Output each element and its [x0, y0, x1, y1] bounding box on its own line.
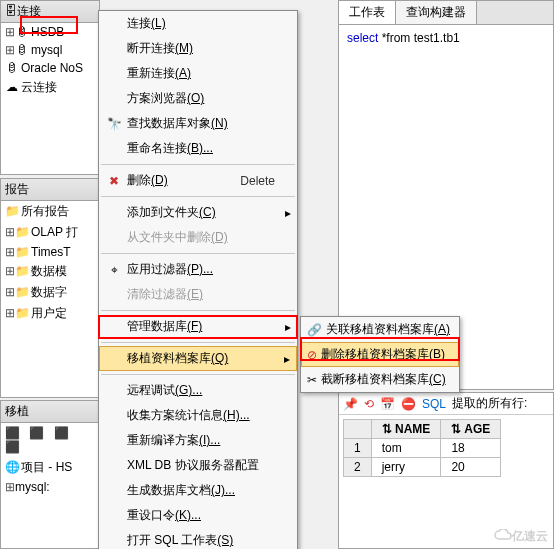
context-menu: 连接(L) 断开连接(M) 重新连接(A) 方案浏览器(O) 🔭查找数据库对象(…: [98, 10, 298, 549]
menu-remote-debug[interactable]: 远程调试(G)...: [99, 378, 297, 403]
sql-keyword: select: [347, 31, 378, 45]
truncate-icon: ✂: [307, 373, 317, 387]
editor-tabs: 工作表 查询构建器: [339, 1, 553, 25]
conn-hsdb[interactable]: ⊞🛢HSDB: [1, 23, 99, 41]
results-toolbar: 📌 ⟲ 📅 ⛔ SQL 提取的所有行:: [339, 393, 553, 415]
table-row[interactable]: 1tom18: [344, 439, 501, 458]
menu-migration-repo[interactable]: 移植资料档案库(Q)▸: [99, 346, 297, 371]
menu-separator: [101, 310, 295, 311]
col-age[interactable]: ⇅ AGE: [441, 420, 501, 439]
menu-add-to-folder[interactable]: 添加到文件夹(C)▸: [99, 200, 297, 225]
db-icon: 🛢: [15, 25, 29, 39]
menu-reset-password[interactable]: 重设口令(K)...: [99, 503, 297, 528]
migration-toolbar: ⬛ ⬛ ⬛ ⬛: [1, 423, 99, 457]
db-icon: 🗄: [5, 4, 17, 18]
results-pane: 📌 ⟲ 📅 ⛔ SQL 提取的所有行: ⇅ NAME⇅ AGE 1tom18 2…: [338, 392, 554, 549]
menu-connect[interactable]: 连接(L): [99, 11, 297, 36]
connections-panel: 🗄连接 ⊞🛢HSDB ⊞🛢mysql 🛢Oracle NoS ☁云连接: [0, 0, 100, 175]
migration-submenu: 🔗关联移植资料档案库(A) ⊘删除移植资料档案库(B) ✂截断移植资料档案库(C…: [300, 316, 460, 393]
filter-icon: ⌖: [105, 263, 123, 277]
link-icon: 🔗: [307, 323, 322, 337]
folder-icon: 📁: [15, 225, 29, 239]
user-defined-reports[interactable]: ⊞📁用户定: [1, 303, 99, 324]
folder-icon: 📁: [15, 245, 29, 259]
data-model-reports[interactable]: ⊞📁数据模: [1, 261, 99, 282]
delete-icon: ⊘: [307, 348, 317, 362]
submenu-arrow-icon: ▸: [284, 352, 290, 366]
sql-editor[interactable]: select *from test1.tb1: [339, 25, 553, 51]
col-name[interactable]: ⇅ NAME: [371, 420, 441, 439]
db-icon: 🛢: [5, 61, 19, 75]
menu-open-sql-worksheet[interactable]: 打开 SQL 工作表(S): [99, 528, 297, 549]
pin-icon[interactable]: 📌: [343, 397, 358, 411]
all-reports[interactable]: 📁所有报告: [1, 201, 99, 222]
results-grid: ⇅ NAME⇅ AGE 1tom18 2jerry20: [343, 419, 501, 477]
timesten-reports[interactable]: ⊞📁TimesT: [1, 243, 99, 261]
mig-icon-3[interactable]: ⬛: [54, 426, 69, 440]
menu-xmldb-config[interactable]: XML DB 协议服务器配置: [99, 453, 297, 478]
conn-oracle-nosql[interactable]: 🛢Oracle NoS: [1, 59, 99, 77]
sort-icon: ⇅: [451, 422, 461, 436]
fetch-label: 提取的所有行:: [452, 395, 527, 412]
migration-panel: 移植 ⬛ ⬛ ⬛ ⬛ 🌐项目 - HS ⊞mysql:: [0, 400, 100, 549]
reports-header: 报告: [1, 179, 99, 201]
conn-cloud[interactable]: ☁云连接: [1, 77, 99, 98]
sql-label[interactable]: SQL: [422, 397, 446, 411]
menu-separator: [101, 342, 295, 343]
mig-icon-4[interactable]: ⬛: [5, 440, 20, 454]
menu-reconnect[interactable]: 重新连接(A): [99, 61, 297, 86]
undo-icon[interactable]: ⟲: [364, 397, 374, 411]
submenu-truncate-repo[interactable]: ✂截断移植资料档案库(C): [301, 367, 459, 392]
migration-header: 移植: [1, 401, 99, 423]
stop-icon[interactable]: ⛔: [401, 397, 416, 411]
tab-query-builder[interactable]: 查询构建器: [396, 1, 477, 24]
tab-worksheet[interactable]: 工作表: [339, 1, 396, 24]
menu-apply-filter[interactable]: ⌖应用过滤器(P)...: [99, 257, 297, 282]
migration-project[interactable]: 🌐项目 - HS: [1, 457, 99, 478]
binoculars-icon: 🔭: [105, 117, 123, 131]
menu-schema-browser[interactable]: 方案浏览器(O): [99, 86, 297, 111]
menu-rename-connection[interactable]: 重命名连接(B)...: [99, 136, 297, 161]
sql-text: *from test1.tb1: [378, 31, 459, 45]
menu-separator: [101, 253, 295, 254]
submenu-associate-repo[interactable]: 🔗关联移植资料档案库(A): [301, 317, 459, 342]
folder-icon: 📁: [15, 306, 29, 320]
data-dict-reports[interactable]: ⊞📁数据字: [1, 282, 99, 303]
migration-mysql[interactable]: ⊞mysql:: [1, 478, 99, 496]
conn-mysql[interactable]: ⊞🛢mysql: [1, 41, 99, 59]
folder-icon: 📁: [15, 264, 29, 278]
menu-gather-stats[interactable]: 收集方案统计信息(H)...: [99, 403, 297, 428]
menu-delete[interactable]: ✖删除(D)Delete: [99, 168, 297, 193]
menu-manage-db[interactable]: 管理数据库(F)▸: [99, 314, 297, 339]
menu-separator: [101, 374, 295, 375]
connections-title: 连接: [17, 4, 41, 18]
folder-icon: 📁: [5, 204, 19, 218]
connections-header: 🗄连接: [1, 1, 99, 23]
menu-disconnect[interactable]: 断开连接(M): [99, 36, 297, 61]
folder-icon: 📁: [15, 285, 29, 299]
project-icon: 🌐: [5, 460, 19, 474]
table-row[interactable]: 2jerry20: [344, 458, 501, 477]
menu-remove-from-folder: 从文件夹中删除(D): [99, 225, 297, 250]
menu-find-db-object[interactable]: 🔭查找数据库对象(N): [99, 111, 297, 136]
calendar-icon[interactable]: 📅: [380, 397, 395, 411]
mig-icon-1[interactable]: ⬛: [5, 426, 20, 440]
menu-generate-doc[interactable]: 生成数据库文档(J)...: [99, 478, 297, 503]
olap-reports[interactable]: ⊞📁OLAP 打: [1, 222, 99, 243]
db-icon: 🛢: [15, 43, 29, 57]
submenu-arrow-icon: ▸: [285, 206, 291, 220]
submenu-arrow-icon: ▸: [285, 320, 291, 334]
sort-icon: ⇅: [382, 422, 392, 436]
submenu-delete-repo[interactable]: ⊘删除移植资料档案库(B): [301, 342, 459, 367]
mig-icon-2[interactable]: ⬛: [29, 426, 44, 440]
delete-icon: ✖: [105, 174, 123, 188]
cloud-icon: ☁: [5, 80, 19, 94]
reports-panel: 报告 📁所有报告 ⊞📁OLAP 打 ⊞📁TimesT ⊞📁数据模 ⊞📁数据字 ⊞…: [0, 178, 100, 398]
menu-recompile-schema[interactable]: 重新编译方案(I)...: [99, 428, 297, 453]
menu-separator: [101, 164, 295, 165]
menu-separator: [101, 196, 295, 197]
menu-clear-filter: 清除过滤器(E): [99, 282, 297, 307]
